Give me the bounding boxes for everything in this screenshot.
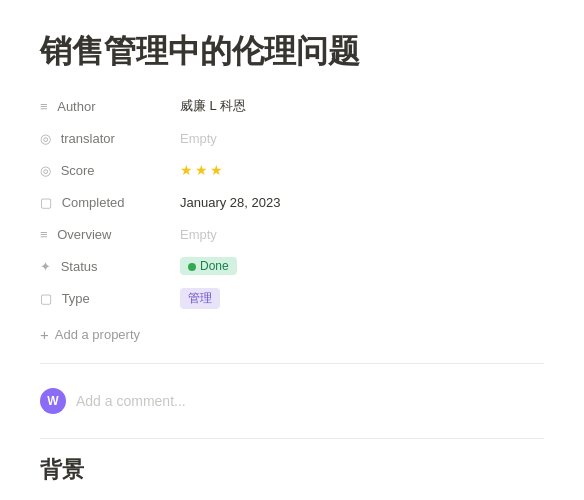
translator-icon: ◎ — [40, 131, 51, 146]
type-badge-mgmt: 管理 — [180, 288, 220, 309]
prop-label-translator: ◎ translator — [40, 122, 180, 154]
prop-label-author: ≡ Author — [40, 90, 180, 122]
property-row-type: ▢ Type 管理 — [40, 282, 544, 314]
prop-label-type: ▢ Type — [40, 282, 180, 314]
overview-icon: ≡ — [40, 227, 48, 242]
properties-table: ≡ Author 威廉 L 科恩 ◎ translator Empty ◎ Sc… — [40, 90, 544, 314]
prop-label-status: ✦ Status — [40, 250, 180, 282]
property-row-translator: ◎ translator Empty — [40, 122, 544, 154]
add-property-button[interactable]: + Add a property — [40, 322, 544, 347]
status-icon: ✦ — [40, 259, 51, 274]
page-title: 销售管理中的伦理问题 — [40, 32, 544, 70]
star-1: ★ — [180, 162, 193, 178]
star-rating: ★ ★ ★ — [180, 162, 223, 178]
prop-value-completed[interactable]: January 28, 2023 — [180, 186, 544, 218]
author-icon: ≡ — [40, 99, 48, 114]
prop-value-score[interactable]: ★ ★ ★ — [180, 154, 544, 186]
property-row-author: ≡ Author 威廉 L 科恩 — [40, 90, 544, 122]
prop-value-overview[interactable]: Empty — [180, 218, 544, 250]
plus-icon: + — [40, 326, 49, 343]
prop-value-translator[interactable]: Empty — [180, 122, 544, 154]
status-badge-done: Done — [180, 257, 237, 275]
star-2: ★ — [195, 162, 208, 178]
prop-value-author[interactable]: 威廉 L 科恩 — [180, 90, 544, 122]
comment-area[interactable]: W Add a comment... — [40, 380, 544, 422]
completed-icon: ▢ — [40, 195, 52, 210]
divider-2 — [40, 438, 544, 439]
divider-1 — [40, 363, 544, 364]
property-row-score: ◎ Score ★ ★ ★ — [40, 154, 544, 186]
comment-placeholder[interactable]: Add a comment... — [76, 393, 186, 409]
property-row-overview: ≡ Overview Empty — [40, 218, 544, 250]
prop-value-type[interactable]: 管理 — [180, 282, 544, 314]
star-3: ★ — [210, 162, 223, 178]
score-icon: ◎ — [40, 163, 51, 178]
avatar: W — [40, 388, 66, 414]
done-dot — [188, 263, 196, 271]
prop-label-score: ◎ Score — [40, 154, 180, 186]
property-row-status: ✦ Status Done — [40, 250, 544, 282]
prop-label-overview: ≡ Overview — [40, 218, 180, 250]
prop-value-status[interactable]: Done — [180, 250, 544, 282]
prop-label-completed: ▢ Completed — [40, 186, 180, 218]
section-title: 背景 — [40, 455, 544, 485]
add-property-label: Add a property — [55, 327, 140, 342]
property-row-completed: ▢ Completed January 28, 2023 — [40, 186, 544, 218]
page-container: 销售管理中的伦理问题 ≡ Author 威廉 L 科恩 ◎ translator… — [0, 0, 584, 500]
type-icon: ▢ — [40, 291, 52, 306]
